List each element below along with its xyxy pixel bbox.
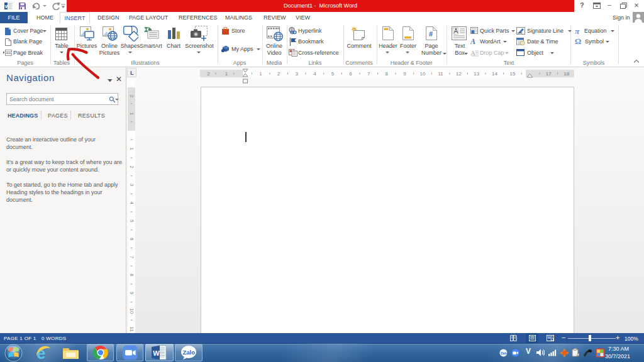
svg-text:2: 2: [207, 71, 210, 77]
svg-text:12: 12: [456, 71, 462, 77]
svg-text:4: 4: [129, 202, 135, 205]
svg-text:14: 14: [492, 71, 497, 77]
svg-text:2: 2: [129, 95, 135, 98]
svg-text:15: 15: [510, 71, 516, 77]
svg-text:Ω: Ω: [575, 37, 581, 45]
svg-text:10: 10: [129, 309, 135, 314]
svg-text:7: 7: [367, 71, 370, 77]
svg-text:2: 2: [129, 165, 135, 168]
svg-text:4: 4: [313, 71, 316, 77]
svg-text:11: 11: [438, 71, 443, 77]
svg-text:1: 1: [129, 147, 135, 150]
svg-text:#: #: [429, 30, 433, 38]
svg-text:Zalo: Zalo: [501, 351, 508, 355]
svg-text:13: 13: [474, 71, 479, 77]
svg-text:5: 5: [331, 71, 335, 77]
svg-text:W: W: [153, 349, 160, 357]
svg-text:1: 1: [129, 112, 135, 116]
svg-text:6: 6: [129, 238, 135, 241]
svg-text:A: A: [470, 49, 475, 57]
svg-text:π: π: [575, 27, 580, 35]
svg-text:10: 10: [420, 71, 426, 77]
svg-text:17: 17: [546, 71, 552, 77]
svg-text:W: W: [5, 4, 10, 9]
svg-text:1: 1: [259, 71, 262, 77]
svg-text:1: 1: [225, 71, 228, 77]
svg-text:9: 9: [403, 71, 406, 77]
svg-text:8: 8: [129, 273, 135, 277]
svg-text:8: 8: [386, 71, 389, 77]
svg-text:11: 11: [129, 327, 135, 332]
svg-text:Zalo: Zalo: [183, 349, 196, 356]
svg-text:3: 3: [296, 71, 299, 77]
svg-text:9: 9: [129, 292, 135, 295]
svg-text:A: A: [454, 28, 458, 35]
svg-text:7: 7: [129, 256, 135, 259]
svg-text:18: 18: [564, 71, 569, 77]
svg-text:2: 2: [277, 71, 280, 77]
svg-text:5: 5: [129, 219, 135, 222]
svg-text:A: A: [470, 38, 475, 45]
svg-text:6: 6: [349, 71, 352, 77]
svg-text:3: 3: [129, 184, 135, 187]
